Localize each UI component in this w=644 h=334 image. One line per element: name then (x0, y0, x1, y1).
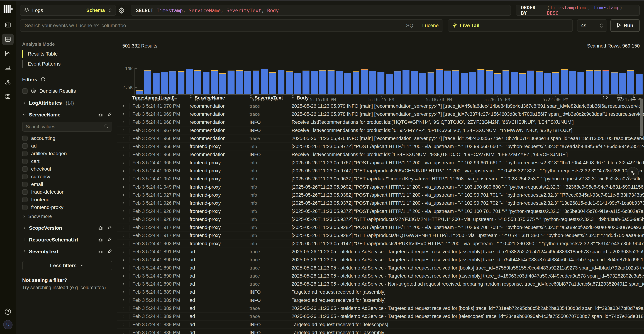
histogram-bar[interactable] (386, 74, 393, 94)
histogram-bar[interactable] (144, 70, 151, 94)
histogram-bar[interactable] (402, 70, 410, 94)
histogram-bar[interactable] (486, 70, 493, 94)
log-row[interactable]: Feb 3 5:24:41.927 PM frontend-proxy info… (117, 191, 644, 199)
service-value-checkbox[interactable] (22, 136, 28, 141)
log-row[interactable]: Feb 3 5:24:41.889 PM ad INFO Targeted ad… (117, 288, 644, 296)
histogram-bar[interactable] (461, 73, 468, 94)
column-header-body[interactable]: Body (292, 95, 644, 101)
service-value-row[interactable]: frontend (22, 196, 112, 203)
service-value-row[interactable]: accounting (22, 135, 112, 142)
refresh-filters-icon[interactable] (40, 77, 46, 83)
pin-icon[interactable] (107, 225, 112, 231)
histogram-bar[interactable] (586, 70, 593, 94)
log-row[interactable]: Feb 3 5:24:41.970 PM recommendation trac… (117, 102, 644, 110)
run-button[interactable]: Run (610, 19, 640, 32)
histogram-bar[interactable] (344, 73, 351, 94)
log-row[interactable]: Feb 3 5:24:41.967 PM recommendation INFO… (117, 127, 644, 135)
lucene-toggle-option[interactable]: Lucene (422, 23, 439, 28)
log-row[interactable]: Feb 3 5:24:41.890 PM ad trace 2025-05-26… (117, 272, 644, 280)
log-row[interactable]: Feb 3 5:24:41.917 PM frontend-proxy info… (117, 232, 644, 240)
histogram-bar[interactable] (328, 70, 334, 94)
filter-group-scopeversion[interactable]: ScopeVersion (22, 225, 112, 231)
expand-row-icon[interactable] (117, 161, 130, 165)
schema-badge[interactable]: Schema (86, 8, 105, 13)
histogram-bar[interactable] (611, 72, 618, 94)
service-value-checkbox[interactable] (22, 143, 28, 149)
histogram-bar[interactable] (619, 73, 626, 94)
log-row[interactable]: Feb 3 5:24:41.889 PM ad trace 2025-05-26… (117, 304, 644, 312)
expand-row-icon[interactable] (117, 315, 130, 319)
log-row[interactable]: Feb 3 5:24:41.965 PM frontend-proxy info… (117, 159, 644, 167)
source-selector[interactable]: Logs Schema (20, 5, 116, 16)
pin-icon[interactable] (107, 249, 112, 255)
log-row[interactable]: Feb 3 5:24:41.890 PM ad trace 2025-05-26… (117, 264, 644, 272)
log-row[interactable]: Feb 3 5:24:41.952 PM frontend-proxy info… (117, 175, 644, 183)
denoise-results-toggle[interactable]: Denoise Results (22, 88, 112, 94)
histogram-bar[interactable] (428, 72, 434, 94)
source-settings-gear-icon[interactable] (118, 7, 125, 15)
histogram-bar[interactable] (219, 73, 226, 94)
histogram-bar[interactable] (452, 70, 460, 94)
pin-icon[interactable] (107, 237, 112, 243)
denoise-checkbox[interactable] (22, 88, 28, 94)
service-value-search[interactable] (22, 122, 112, 132)
service-value-row[interactable]: checkout (22, 165, 112, 173)
histogram-bar[interactable] (152, 73, 160, 94)
histogram-bar[interactable] (544, 73, 551, 94)
filter-group-logattributes[interactable]: LogAttributes {14} (22, 100, 112, 106)
log-row[interactable]: Feb 3 5:24:41.889 PM ad INFO Targeted ad… (117, 296, 644, 304)
log-row[interactable]: Feb 3 5:24:41.966 PM recommendation INFO… (117, 151, 644, 159)
expand-row-icon[interactable] (117, 290, 130, 294)
sql-console-icon[interactable] (2, 19, 14, 31)
host-monitoring-icon[interactable] (2, 62, 14, 74)
histogram-bar[interactable] (378, 72, 384, 94)
query-language-toggle[interactable]: SQL Lucene (406, 22, 439, 28)
histogram-bar[interactable] (169, 71, 176, 94)
sql-toggle-option[interactable]: SQL (406, 23, 416, 28)
service-value-row[interactable]: frontend-proxy (22, 204, 112, 211)
filter-group-resourceschemaurl[interactable]: ResourceSchemaUrl (22, 237, 112, 243)
histogram-bar[interactable] (361, 69, 368, 94)
expand-row-icon[interactable] (117, 185, 130, 189)
log-row[interactable]: Feb 3 5:24:41.889 PM ad INFO Targeted ad… (117, 321, 644, 329)
expand-row-icon[interactable] (117, 217, 130, 221)
histogram-bar[interactable] (186, 69, 193, 94)
expand-row-icon[interactable] (117, 258, 130, 262)
drag-handle-icon[interactable] (250, 95, 252, 101)
expand-row-icon[interactable] (117, 298, 130, 302)
histogram-bar[interactable] (252, 71, 260, 94)
service-map-icon[interactable] (2, 76, 14, 88)
histogram-bar[interactable] (278, 70, 284, 94)
expand-row-icon[interactable] (117, 153, 130, 157)
log-row[interactable]: Feb 3 5:24:41.966 PM frontend-proxy info… (117, 143, 644, 151)
histogram-bar[interactable] (444, 71, 451, 94)
expand-row-icon[interactable] (117, 323, 130, 327)
histogram-bar[interactable] (369, 71, 376, 94)
expand-row-icon[interactable] (117, 209, 130, 213)
histogram-bar[interactable] (236, 70, 243, 94)
service-value-checkbox[interactable] (22, 197, 28, 202)
histogram-bar[interactable] (419, 73, 426, 94)
expand-row-icon[interactable] (117, 274, 130, 278)
service-value-checkbox[interactable] (22, 189, 28, 195)
expand-row-icon[interactable] (117, 307, 130, 311)
user-avatar[interactable]: U (3, 320, 12, 329)
histogram-bar[interactable] (269, 72, 276, 94)
log-row[interactable]: Feb 3 5:24:41.889 PM ad INFO Targeted ad… (117, 329, 644, 334)
histogram-bar[interactable] (469, 72, 476, 94)
expand-row-icon[interactable] (117, 331, 130, 334)
histogram-bar[interactable] (636, 74, 643, 94)
event-search-bar[interactable]: SQL Lucene (20, 19, 443, 32)
log-row[interactable]: Feb 3 5:24:41.926 PM frontend-proxy info… (117, 199, 644, 207)
log-row[interactable]: Feb 3 5:24:41.903 PM frontend-proxy info… (117, 240, 644, 248)
expand-row-icon[interactable] (117, 120, 130, 124)
histogram-bar[interactable] (161, 72, 168, 94)
histogram-bar[interactable] (536, 71, 543, 94)
histogram-bar[interactable] (294, 73, 301, 94)
expand-row-icon[interactable] (117, 282, 130, 286)
service-value-search-input[interactable] (26, 124, 104, 130)
bar-chart-icon[interactable] (98, 249, 103, 255)
filter-settings-fab[interactable] (627, 167, 639, 179)
filter-group-servicename[interactable]: ServiceName (22, 112, 112, 118)
service-value-checkbox[interactable] (22, 174, 28, 179)
